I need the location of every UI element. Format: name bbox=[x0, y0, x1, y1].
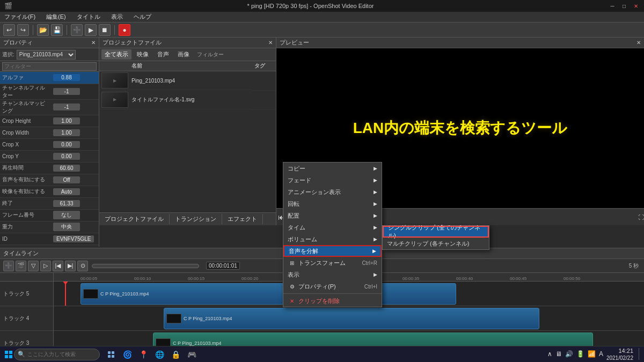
tl-next-marker-button[interactable]: ▶| bbox=[65, 261, 76, 271]
timeline-zoom-slider[interactable] bbox=[92, 264, 199, 268]
close-button[interactable]: ✕ bbox=[632, 2, 640, 10]
menu-edit[interactable]: 編集(E) bbox=[44, 13, 68, 21]
ctx-fade[interactable]: フェード ▶ bbox=[283, 174, 382, 186]
menu-view[interactable]: 表示 bbox=[109, 13, 125, 21]
ctx-rotate[interactable]: 回転 ▶ bbox=[283, 198, 382, 210]
preview-close-button[interactable]: ✕ bbox=[636, 40, 641, 46]
window-controls[interactable]: ─ □ ✕ bbox=[609, 2, 640, 10]
ctx-properties[interactable]: ⚙ プロパティ(P) Ctrl+I bbox=[283, 280, 382, 292]
submenu-single-clip-label: シングルクリップ (全てのチャンネル) bbox=[388, 224, 484, 240]
prop-name: Crop Height bbox=[0, 115, 51, 127]
ctx-fade-arrow: ▶ bbox=[374, 178, 377, 183]
start-button[interactable] bbox=[3, 349, 14, 360]
app-icon-4[interactable]: 🎮 bbox=[185, 348, 199, 361]
ctx-view[interactable]: 表示 ▶ bbox=[283, 269, 382, 280]
tab-video[interactable]: 映像 bbox=[134, 49, 152, 60]
app-icon-2[interactable]: 🌐 bbox=[152, 348, 166, 361]
tray-wifi-icon[interactable]: 📶 bbox=[588, 350, 596, 358]
tl-remove-track-button[interactable]: 🎬 bbox=[16, 261, 26, 271]
filter-input[interactable] bbox=[2, 62, 97, 71]
tl-arrow-button[interactable]: ▽ bbox=[28, 261, 39, 271]
clip-track3-1[interactable]: C P Ping_210103.mp4 bbox=[153, 333, 593, 346]
tab-image[interactable]: 画像 bbox=[174, 49, 193, 60]
menu-bar: ファイル(F) 編集(E) タイトル 表示 ヘルプ bbox=[0, 12, 644, 23]
redo-button[interactable]: ↪ bbox=[17, 24, 29, 36]
fullscreen-button[interactable]: ⛶ bbox=[638, 214, 644, 220]
clip-selector[interactable]: Ping_210103.mp4 bbox=[17, 50, 76, 60]
properties-close-button[interactable]: ✕ bbox=[91, 40, 96, 46]
app-icon-1[interactable]: 📍 bbox=[136, 348, 150, 361]
tray-network-icon[interactable]: 🖥 bbox=[555, 350, 562, 358]
tab-audio[interactable]: 音声 bbox=[154, 49, 172, 60]
open-button[interactable]: 📂 bbox=[37, 24, 49, 36]
undo-button[interactable]: ↩ bbox=[3, 24, 15, 36]
prop-name: Crop X bbox=[0, 138, 51, 150]
props-row: 再生時間 60.60 bbox=[0, 162, 99, 174]
ctx-audio-separate-label: 音声を分解 bbox=[289, 247, 318, 255]
add-button[interactable]: ➕ bbox=[71, 24, 83, 36]
tray-lang-icon[interactable]: A bbox=[599, 350, 603, 358]
clip-track4-1[interactable]: C P Ping_210103.mp4 bbox=[164, 308, 539, 329]
prop-name: X 座標 bbox=[0, 245, 51, 247]
file-tag bbox=[252, 71, 276, 91]
ctx-volume-arrow: ▶ bbox=[374, 237, 377, 242]
sub-tab-project[interactable]: プロジェクトファイル bbox=[99, 214, 170, 224]
minimize-button[interactable]: ─ bbox=[609, 2, 616, 10]
sub-panels: プロジェクトファイル トランジション エフェクト bbox=[99, 212, 276, 225]
ctx-layout[interactable]: 配置 ▶ bbox=[283, 210, 382, 221]
properties-table: アルファ 0.88 チャンネルフィルター -1 チャンネルマッピング -1 Cr… bbox=[0, 72, 99, 247]
app-icon-3[interactable]: 🔒 bbox=[169, 348, 182, 361]
properties-panel-header: プロパティ ✕ bbox=[0, 38, 99, 48]
ctx-transform[interactable]: ⊞ トランスフォーム Ctrl+R bbox=[283, 257, 382, 269]
menu-help[interactable]: ヘルプ bbox=[131, 13, 153, 21]
submenu-single-clip[interactable]: シングルクリップ (全てのチャンネル) bbox=[383, 226, 489, 238]
tab-all[interactable]: 全て表示 bbox=[101, 49, 131, 60]
play-button[interactable]: ▶ bbox=[85, 24, 97, 36]
ctx-time[interactable]: タイム ▶ bbox=[283, 221, 382, 233]
file-row[interactable]: ▶ Ping_210103.mp4 bbox=[99, 71, 276, 91]
menu-file[interactable]: ファイル(F) bbox=[2, 13, 38, 21]
tab-filter[interactable]: フィルター bbox=[195, 50, 226, 59]
tray-sound-icon[interactable]: 🔊 bbox=[565, 350, 573, 358]
ctx-copy-arrow: ▶ bbox=[374, 166, 377, 171]
prop-name: Crop Y bbox=[0, 150, 51, 162]
prop-value: 0.00 bbox=[51, 245, 99, 247]
prop-value: 0.88 bbox=[51, 72, 99, 84]
sub-tab-transitions[interactable]: トランジション bbox=[170, 214, 222, 224]
file-row[interactable]: ▶ タイトルファイル名-1.svg bbox=[99, 91, 276, 110]
ctx-delete-clip[interactable]: ✕ クリップを削除 bbox=[283, 295, 382, 307]
props-row: Crop X 0.00 bbox=[0, 138, 99, 150]
taskbar-search-input[interactable] bbox=[27, 351, 92, 357]
save-button[interactable]: 💾 bbox=[51, 24, 63, 36]
export-button[interactable]: ● bbox=[119, 24, 130, 36]
track-row-3: C P Ping_210103.mp4 bbox=[54, 331, 644, 346]
maximize-button[interactable]: □ bbox=[620, 2, 628, 10]
menu-title[interactable]: タイトル bbox=[75, 13, 103, 21]
svg-rect-3 bbox=[9, 355, 12, 358]
ctx-audio-separate[interactable]: 音声を分解 ▶ bbox=[283, 245, 382, 257]
tl-center-button[interactable]: ⊙ bbox=[77, 261, 88, 271]
prop-name: フレーム番号 bbox=[0, 209, 51, 221]
ctx-volume[interactable]: ボリューム ▶ bbox=[283, 233, 382, 245]
stop-button[interactable]: ⏹ bbox=[99, 24, 111, 36]
tray-battery-icon[interactable]: 🔋 bbox=[576, 350, 584, 358]
project-close-button[interactable]: ✕ bbox=[268, 40, 273, 46]
timeline-track-labels: トラック 5 トラック 4 トラック 3 トラック 2 bbox=[0, 273, 54, 346]
edge-icon[interactable]: 🌀 bbox=[120, 348, 134, 361]
clip-track5-1[interactable]: C P Ping_210103.mp4 bbox=[80, 283, 456, 305]
delete-icon: ✕ bbox=[288, 297, 296, 305]
prop-value: -1 bbox=[51, 84, 99, 99]
tray-up-icon[interactable]: ∧ bbox=[547, 350, 552, 358]
svg-rect-6 bbox=[108, 355, 111, 358]
taskview-button[interactable] bbox=[104, 348, 118, 361]
prop-name: チャンネルマッピング bbox=[0, 99, 51, 115]
show-desktop-button[interactable] bbox=[639, 348, 641, 360]
tl-snap-button[interactable]: ▷ bbox=[40, 261, 51, 271]
ctx-animation[interactable]: アニメーション表示 ▶ bbox=[283, 186, 382, 198]
ctx-copy[interactable]: コピー ▶ bbox=[283, 162, 382, 174]
tl-add-track-button[interactable]: ➕ bbox=[3, 261, 14, 271]
ctx-transform-label: トランスフォーム bbox=[298, 259, 346, 267]
tl-marker-button[interactable]: |◀ bbox=[53, 261, 63, 271]
ruler-mark-1: 00:00:05 bbox=[80, 276, 97, 281]
sub-tab-effects[interactable]: エフェクト bbox=[222, 214, 263, 224]
